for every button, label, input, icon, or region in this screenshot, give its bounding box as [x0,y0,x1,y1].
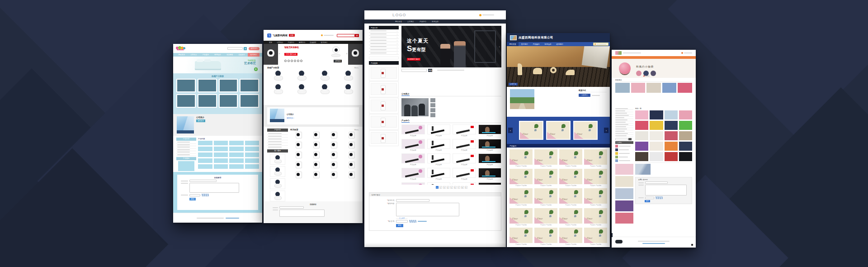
page-number[interactable]: 5 [450,186,453,189]
product-card[interactable] [290,142,306,150]
search-input[interactable] [227,47,243,50]
sidebar-product[interactable] [267,178,288,189]
page-number[interactable]: 2 [439,186,442,189]
product-card[interactable]: 产品名称 [427,168,451,180]
about-more-button[interactable]: 查看更多 [196,119,205,122]
product-card[interactable] [665,131,678,140]
list-item[interactable] [245,153,259,157]
carousel-card[interactable]: Fleur [573,121,598,140]
product-card[interactable] [343,162,359,170]
submit-button[interactable]: 送信 [645,200,650,202]
product-card[interactable] [343,132,359,140]
site3-logo[interactable]: LOGO [392,13,406,17]
product-card[interactable]: Fleur 产品名称 产品说明 [584,188,607,206]
product-card[interactable]: 产品名称 [478,168,502,180]
product-card[interactable] [679,131,692,140]
carousel-card[interactable]: Fleur [519,121,543,140]
product-card[interactable]: 产品名称 [453,182,476,185]
list-item[interactable] [214,164,228,169]
product-card[interactable] [679,142,692,151]
product-card[interactable] [343,172,359,180]
product-card[interactable]: 产品名称 [478,153,502,166]
list-item[interactable] [229,158,244,163]
product-card[interactable] [290,132,306,140]
captcha-input[interactable] [189,194,200,196]
product-card[interactable] [219,79,238,92]
list-item[interactable] [245,141,259,145]
site3-hero-banner[interactable]: 这个夏天 S更有型 SUMMER SALE › [401,26,501,67]
product-card[interactable] [240,79,259,92]
submit-button[interactable]: 提交 [189,198,196,200]
feature-card[interactable] [453,73,476,91]
product-card[interactable]: 产品名称 [478,124,502,137]
recommend-product[interactable] [369,81,399,97]
product-card[interactable]: Fleur 产品名称 产品说明 [534,208,557,226]
nav-item[interactable]: 在线留言 [308,41,318,44]
product-card[interactable]: Fleur 产品名称 产品说明 [534,169,557,186]
contact-input[interactable] [396,199,429,202]
carousel-prev-arrow[interactable]: ‹ [508,128,513,133]
product-card[interactable] [631,83,646,93]
product-card[interactable] [240,94,259,108]
captcha-image[interactable] [656,196,663,199]
sidebar-product[interactable] [615,164,633,175]
page-number[interactable]: 3 [443,186,446,189]
product-card[interactable]: 产品名称 [427,139,451,151]
search-input[interactable] [401,69,427,72]
product-card[interactable] [650,142,663,151]
product-card[interactable] [308,152,324,160]
product-card[interactable]: 产品名称 [453,139,476,151]
product-card[interactable]: 产品名称 [453,153,476,166]
category-item[interactable]: › [369,45,399,48]
page-number[interactable]: 4 [447,186,449,189]
nav-item[interactable]: 公司简介 [405,19,417,24]
carousel-next-arrow[interactable]: › [604,128,609,133]
carousel-active-slide[interactable]: 智能无线摄像机 ¥299 限时抢购 立即购买 ‹ › [278,44,348,65]
list-item[interactable] [245,158,259,163]
product-card[interactable] [176,94,196,108]
product-card[interactable] [267,70,289,81]
product-card[interactable]: Fleur 产品名称 产品说明 [534,188,557,206]
product-card[interactable] [326,142,341,150]
list-item[interactable] [214,158,228,163]
fabric-ball[interactable] [636,71,642,76]
product-card[interactable] [326,172,341,180]
product-card[interactable] [308,172,324,180]
product-card[interactable]: 产品名称 [401,168,425,180]
product-card[interactable] [665,152,678,161]
product-card[interactable] [176,79,196,92]
product-card[interactable]: 产品名称 [401,124,425,137]
link-text[interactable]: 点击刷新 [399,217,405,219]
product-card[interactable]: Fleur 产品名称 产品说明 [509,188,533,206]
product-card[interactable] [662,83,677,93]
page-number[interactable]: 9 [465,186,467,189]
captcha-input[interactable] [396,220,408,223]
site2-logo-icon[interactable]: 飞 [267,33,271,38]
product-card[interactable]: Fleur 产品名称 产品说明 [584,208,607,226]
captcha-image[interactable] [409,220,416,223]
nav-item[interactable]: 关于我们 [519,42,530,46]
list-item[interactable] [198,153,212,157]
nav-item[interactable]: 联系我们 [319,41,329,44]
product-card[interactable] [219,94,238,108]
nav-item[interactable]: 网站首页 [392,19,405,24]
nav-item[interactable]: 网站首页 [176,53,188,57]
product-card[interactable] [314,83,336,95]
thumbnail-column[interactable] [430,98,435,117]
page-number[interactable]: 7 [458,186,460,189]
thumbnail-row[interactable] [284,60,302,62]
search-input[interactable] [337,34,355,37]
recommend-product[interactable] [369,114,399,130]
product-card[interactable]: 产品名称 [427,124,451,137]
product-card[interactable] [635,152,648,161]
product-card[interactable] [650,131,663,140]
nav-item[interactable]: 新闻动态 [542,42,554,46]
category-item[interactable]: › [369,29,399,33]
popular-item[interactable] [615,152,633,155]
product-card[interactable] [635,121,648,130]
list-item[interactable] [245,147,259,151]
product-card[interactable] [679,110,692,119]
page-number[interactable]: 6 [454,186,457,189]
product-card[interactable]: 产品名称 [453,124,476,137]
list-item[interactable] [214,147,228,151]
